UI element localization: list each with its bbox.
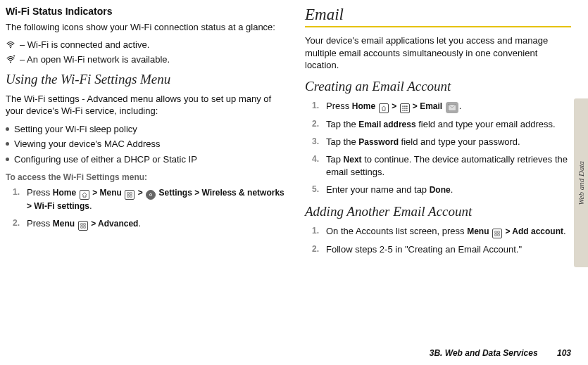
- svg-rect-14: [406, 105, 408, 107]
- svg-rect-18: [402, 110, 404, 111]
- step-item: 2. Press Menu > Advanced.: [6, 217, 291, 231]
- step-text: Tap the: [326, 136, 358, 147]
- step-text: Follow steps 2-5 in "Creating an Email A…: [326, 244, 522, 255]
- step-text: Tap the: [326, 119, 358, 129]
- step-item: 1. On the Accounts list screen, press Me…: [305, 225, 571, 238]
- apps-icon: [400, 103, 410, 113]
- access-wifi-subheading: To access the Wi-Fi Settings menu:: [6, 172, 291, 182]
- step-number: 2.: [312, 243, 319, 255]
- settings-icon: [146, 190, 156, 200]
- wifi-status-paragraph: The following icons show your Wi-Fi conn…: [6, 21, 291, 34]
- svg-rect-10: [81, 226, 82, 228]
- svg-rect-17: [406, 108, 408, 109]
- svg-rect-12: [402, 105, 404, 107]
- svg-rect-19: [404, 110, 406, 111]
- email-address-label: Email address: [358, 120, 415, 129]
- step-item: 1. Press Home > Menu > Settings > Wirele…: [6, 186, 291, 212]
- dot: .: [563, 226, 566, 236]
- step-number: 1.: [312, 225, 319, 237]
- wifi-active-icon: [6, 39, 15, 49]
- gt: >: [135, 188, 145, 198]
- advanced-label: Advanced: [98, 219, 138, 229]
- step-text: Tap: [326, 154, 344, 165]
- dot: .: [138, 218, 141, 229]
- dot: .: [89, 200, 92, 211]
- step-number: 2.: [13, 217, 20, 229]
- gt: >: [389, 101, 399, 111]
- svg-point-7: [150, 194, 152, 196]
- svg-rect-4: [130, 193, 132, 194]
- dot: .: [459, 101, 462, 111]
- step-text: Enter your name and tap: [326, 184, 430, 195]
- bullet-item: Viewing your device's MAC Address: [6, 138, 291, 151]
- footer-title: 3B. Web and Data Services: [430, 348, 538, 358]
- svg-rect-13: [404, 105, 406, 107]
- email-heading: Email: [305, 6, 571, 24]
- email-rule: [305, 26, 571, 27]
- svg-rect-22: [495, 231, 496, 232]
- step-text: field and type your email address.: [416, 119, 556, 129]
- wifi-label: Wi-Fi settings: [34, 201, 89, 211]
- wifi-settings-heading: Using the Wi-Fi Settings Menu: [6, 72, 291, 87]
- add-email-steps: 1. On the Accounts list screen, press Me…: [305, 225, 571, 256]
- gt: >: [411, 101, 420, 111]
- svg-rect-8: [81, 224, 82, 225]
- step-number: 4.: [312, 153, 319, 165]
- menu-label: Menu: [53, 219, 75, 229]
- next-label: Next: [344, 155, 362, 165]
- svg-rect-3: [127, 193, 129, 194]
- svg-rect-24: [495, 233, 496, 235]
- step-text: On the Accounts list screen, press: [326, 226, 467, 236]
- svg-point-1: [10, 62, 11, 63]
- done-label: Done: [430, 185, 451, 195]
- svg-rect-6: [130, 196, 132, 197]
- wifi-settings-bullets: Setting your Wi-Fi sleep policy Viewing …: [6, 123, 291, 166]
- menu-icon: [125, 190, 135, 200]
- gt: >: [192, 188, 202, 198]
- footer-page: 103: [557, 348, 571, 358]
- home-label: Home: [352, 101, 375, 111]
- step-number: 1.: [312, 100, 319, 112]
- svg-point-0: [10, 47, 11, 49]
- wifi-status-heading: Wi-Fi Status Indicators: [6, 6, 291, 17]
- side-tab-label: Web and Data: [577, 161, 585, 205]
- svg-rect-25: [498, 233, 499, 235]
- svg-rect-9: [84, 224, 85, 225]
- step-item: 2. Tap the Email address field and type …: [305, 118, 571, 131]
- home-icon: [80, 190, 89, 200]
- menu-icon: [492, 229, 502, 238]
- create-email-heading: Creating an Email Account: [305, 79, 571, 94]
- step-text: to continue. The device automatically re…: [326, 154, 568, 177]
- home-icon: [379, 103, 389, 113]
- step-number: 1.: [13, 186, 20, 198]
- create-email-steps: 1. Press Home > > Email . 2. Tap the Ema…: [305, 100, 571, 197]
- step-item: 4. Tap Next to continue. The device auto…: [305, 153, 571, 179]
- bullet-item: Configuring use of either a DHCP or Stat…: [6, 153, 291, 166]
- wifi-active-row: – Wi-Fi is connected and active.: [6, 39, 291, 50]
- access-wifi-steps: 1. Press Home > Menu > Settings > Wirele…: [6, 186, 291, 231]
- step-text: field and type your password.: [399, 136, 520, 147]
- step-number: 3.: [312, 136, 319, 148]
- gt: >: [89, 219, 98, 229]
- side-tab: Web and Data: [574, 98, 588, 267]
- svg-rect-16: [404, 108, 406, 109]
- menu-label: Menu: [100, 188, 122, 198]
- email-label: Email: [420, 101, 442, 111]
- wifi-open-desc: – An open Wi-Fi network is available.: [20, 54, 170, 65]
- step-item: 5. Enter your name and tap Done.: [305, 184, 571, 196]
- page-footer: 3B. Web and Data Services 103: [430, 348, 571, 358]
- add-account-label: Add account: [512, 226, 563, 236]
- settings-label: Settings: [156, 188, 192, 198]
- svg-rect-5: [127, 196, 129, 197]
- wifi-active-desc: – Wi-Fi is connected and active.: [20, 39, 149, 50]
- wireless-label: Wireless & networks: [202, 188, 284, 198]
- step-text: Press: [27, 187, 53, 198]
- bullet-item: Setting your Wi-Fi sleep policy: [6, 123, 291, 136]
- svg-rect-23: [498, 231, 499, 232]
- svg-rect-15: [402, 108, 404, 109]
- wifi-open-icon: ?: [6, 54, 15, 64]
- wifi-settings-paragraph: The Wi-Fi settings - Advanced menu allow…: [6, 93, 291, 117]
- menu-label: Menu: [467, 226, 489, 236]
- step-item: 1. Press Home > > Email .: [305, 100, 571, 113]
- step-number: 5.: [312, 184, 319, 196]
